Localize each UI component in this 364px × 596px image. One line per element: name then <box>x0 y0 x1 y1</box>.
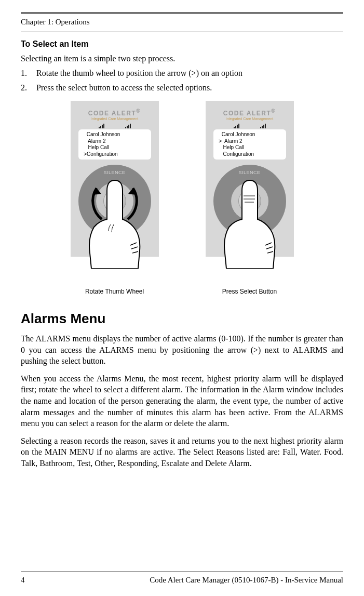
brand-subtitle: Integrated Care Management <box>71 117 159 121</box>
thumb-wheel-area: SILENCE <box>213 165 286 237</box>
chapter-header: Chapter 1: Operations <box>21 18 343 27</box>
wheel-inner <box>231 182 268 220</box>
thumb-wheel-area: SILENCE M <box>78 165 151 237</box>
screen-line: Configuration <box>218 151 282 158</box>
screen-line: Carol Johnson <box>218 131 282 138</box>
page-footer: 4 Code Alert Care Manager (0510-1067-B) … <box>21 576 343 585</box>
step-text: Rotate the thumb wheel to position the a… <box>36 69 343 78</box>
screen-line: Alarm 2 <box>83 138 147 145</box>
device-screen: Carol Johnson > Alarm 2 Help Call Config… <box>213 129 286 160</box>
brand-subtitle: Integrated Care Management <box>206 117 294 121</box>
signal-icon <box>125 124 131 128</box>
silence-label: SILENCE <box>78 170 151 175</box>
footer-rule <box>21 572 343 572</box>
step-item: 1. Rotate the thumb wheel to position th… <box>21 69 343 78</box>
silence-label: SILENCE <box>213 170 286 175</box>
brand-text: CODE ALERT <box>223 110 272 117</box>
doc-title: Code Alert Care Manager (0510-1067-B) - … <box>150 576 343 585</box>
step-number: 2. <box>21 83 36 92</box>
select-button[interactable] <box>238 190 261 213</box>
screen-line: Help Call <box>83 144 147 151</box>
device-screen: Carol Johnson Alarm 2 Help Call >Configu… <box>78 129 151 160</box>
brand-text: CODE ALERT <box>88 110 137 117</box>
body-paragraph: Selecting a reason records the reason, s… <box>21 435 343 469</box>
figure-caption-left: Rotate Thumb Wheel <box>85 288 144 295</box>
step-list: 1. Rotate the thumb wheel to position th… <box>21 69 343 92</box>
trademark-icon: ® <box>271 108 276 114</box>
signal-icon <box>234 124 239 128</box>
device-body: CODE ALERT® Integrated Care Management C… <box>206 101 294 257</box>
intro-paragraph: Selecting an item is a simple two step p… <box>21 54 343 63</box>
section-heading: To Select an Item <box>21 39 343 49</box>
thumb-wheel[interactable]: SILENCE M <box>78 165 151 237</box>
trademark-icon: ® <box>136 108 141 114</box>
signal-icon <box>99 124 104 128</box>
signal-icon <box>260 124 266 128</box>
wheel-inner <box>96 182 133 220</box>
step-number: 1. <box>21 69 36 78</box>
alarms-menu-heading: Alarms Menu <box>21 311 343 327</box>
device-body: CODE ALERT® Integrated Care Management C… <box>71 101 159 257</box>
thumb-wheel[interactable]: SILENCE <box>213 165 286 237</box>
device-panel-left: CODE ALERT® Integrated Care Management C… <box>58 101 172 295</box>
figure-area: CODE ALERT® Integrated Care Management C… <box>21 101 343 295</box>
signal-row <box>71 124 159 128</box>
screen-line: >Configuration <box>83 151 147 158</box>
select-button[interactable] <box>103 190 126 213</box>
screen-line: Help Call <box>218 144 282 151</box>
device-panel-right: CODE ALERT® Integrated Care Management C… <box>193 101 307 295</box>
signal-row <box>206 124 294 128</box>
body-paragraph: When you access the Alarms Menu, the mos… <box>21 373 343 429</box>
step-text: Press the select button to access the se… <box>36 83 343 92</box>
body-paragraph: The ALARMS menu displays the number of a… <box>21 333 343 367</box>
header-rule <box>21 32 343 32</box>
page-number: 4 <box>21 576 25 585</box>
top-rule <box>21 12 343 14</box>
screen-line: > Alarm 2 <box>218 138 282 145</box>
brand-logo: CODE ALERT® <box>206 108 294 117</box>
screen-line: Carol Johnson <box>83 131 147 138</box>
figure-caption-right: Press Select Button <box>222 288 277 295</box>
step-item: 2. Press the select button to access the… <box>21 83 343 92</box>
menu-label: M <box>78 227 151 232</box>
brand-logo: CODE ALERT® <box>71 108 159 117</box>
